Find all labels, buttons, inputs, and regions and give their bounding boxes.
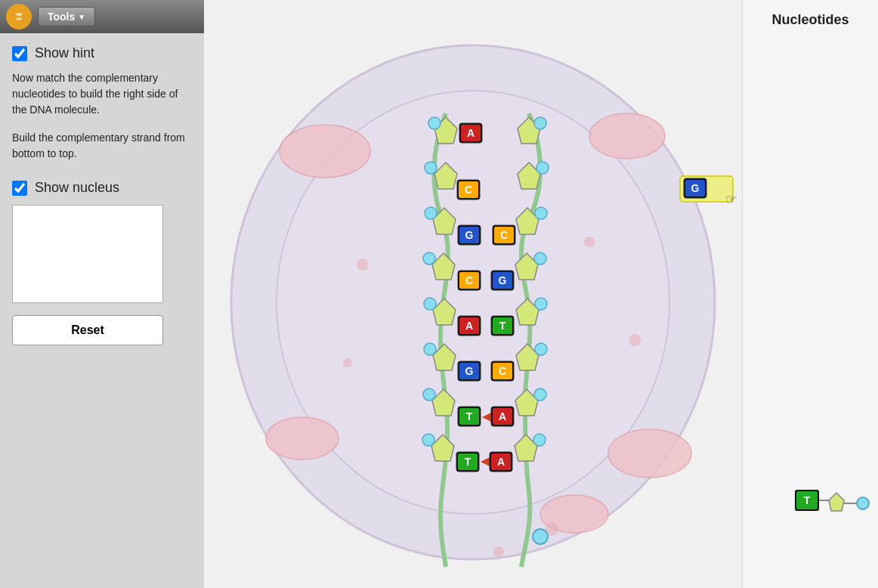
show-nucleus-row: Show nucleus bbox=[12, 180, 192, 196]
svg-point-8 bbox=[357, 258, 369, 271]
right-panel: Nucleotides T bbox=[742, 0, 878, 588]
svg-point-0 bbox=[12, 10, 26, 23]
hint-text-1: Now match the complementary nucleotides … bbox=[12, 70, 192, 118]
toolbar: Tools bbox=[0, 0, 204, 33]
svg-text:G: G bbox=[499, 274, 507, 286]
svg-text:T: T bbox=[499, 320, 506, 332]
svg-point-37 bbox=[536, 162, 549, 174]
svg-point-4 bbox=[589, 113, 665, 159]
svg-point-35 bbox=[534, 117, 546, 129]
svg-marker-104 bbox=[829, 493, 844, 511]
svg-text:☞: ☞ bbox=[725, 192, 737, 207]
tools-button[interactable]: Tools bbox=[38, 7, 95, 26]
svg-text:A: A bbox=[465, 320, 473, 332]
svg-point-106 bbox=[857, 497, 869, 509]
svg-point-6 bbox=[266, 417, 339, 460]
svg-point-43 bbox=[535, 298, 547, 310]
svg-text:A: A bbox=[499, 410, 506, 422]
svg-text:T: T bbox=[804, 494, 811, 506]
svg-point-12 bbox=[629, 334, 641, 346]
svg-text:G: G bbox=[691, 182, 700, 194]
svg-point-5 bbox=[608, 429, 691, 478]
svg-point-41 bbox=[534, 252, 546, 265]
svg-point-25 bbox=[423, 252, 435, 265]
svg-text:C: C bbox=[465, 274, 473, 286]
svg-text:G: G bbox=[465, 229, 474, 241]
nucleus-preview bbox=[12, 205, 163, 303]
show-nucleus-label[interactable]: Show nucleus bbox=[35, 180, 119, 196]
sidebar-content: Show hint Now match the complementary nu… bbox=[0, 33, 204, 588]
nucleotides-title: Nucleotides bbox=[771, 12, 849, 28]
svg-point-33 bbox=[422, 434, 434, 446]
svg-point-29 bbox=[424, 343, 436, 355]
svg-point-23 bbox=[425, 207, 437, 219]
svg-point-39 bbox=[535, 207, 547, 219]
svg-point-27 bbox=[424, 298, 436, 310]
svg-text:C: C bbox=[499, 365, 506, 377]
svg-point-99 bbox=[533, 529, 548, 544]
show-hint-checkbox[interactable] bbox=[12, 46, 27, 61]
svg-text:A: A bbox=[467, 127, 475, 139]
svg-text:G: G bbox=[465, 365, 474, 377]
svg-text:T: T bbox=[466, 410, 473, 422]
floating-nucleotide[interactable]: T bbox=[795, 482, 870, 520]
svg-point-45 bbox=[535, 343, 547, 355]
show-hint-row: Show hint bbox=[12, 45, 192, 61]
svg-point-3 bbox=[280, 125, 370, 178]
svg-point-49 bbox=[533, 434, 546, 446]
show-hint-label[interactable]: Show hint bbox=[35, 45, 94, 61]
svg-point-47 bbox=[534, 388, 546, 401]
logo bbox=[6, 4, 32, 29]
reset-button[interactable]: Reset bbox=[12, 315, 163, 345]
svg-point-11 bbox=[343, 358, 352, 367]
show-nucleus-checkbox[interactable] bbox=[12, 181, 27, 196]
main-canvas: A C G ☞ G C C G A T bbox=[204, 0, 742, 588]
svg-text:T: T bbox=[465, 456, 471, 468]
svg-point-31 bbox=[423, 388, 435, 401]
svg-text:A: A bbox=[497, 456, 505, 468]
svg-point-9 bbox=[584, 237, 595, 247]
svg-point-19 bbox=[428, 117, 441, 129]
hint-text-2: Build the complementary strand from bott… bbox=[12, 130, 192, 162]
svg-point-13 bbox=[493, 546, 504, 557]
svg-text:C: C bbox=[465, 184, 472, 196]
svg-text:C: C bbox=[500, 229, 508, 241]
sidebar: Tools Show hint Now match the complement… bbox=[0, 0, 204, 588]
svg-point-21 bbox=[425, 162, 437, 174]
